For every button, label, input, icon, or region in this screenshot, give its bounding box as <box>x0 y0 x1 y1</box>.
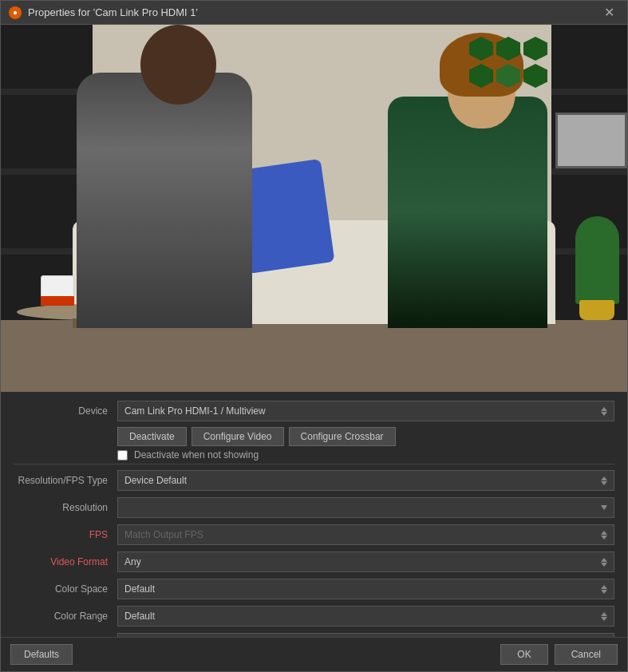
color-range-control: Default <box>117 606 614 627</box>
color-range-label: Color Range <box>14 611 117 622</box>
fps-dropdown[interactable]: Match Output FPS <box>117 524 614 545</box>
buffering-dropdown[interactable]: Auto-Detect <box>117 633 614 637</box>
color-space-label: Color Space <box>14 583 117 595</box>
defaults-button[interactable]: Defaults <box>10 644 73 665</box>
action-buttons-row: Deactivate Configure Video Configure Cro… <box>117 427 614 446</box>
resolution-fps-type-control: Device Default <box>117 470 614 491</box>
resolution-arrow <box>601 505 607 510</box>
controls-panel: Device Cam Link Pro HDMI-1 / Multiview D… <box>1 392 627 637</box>
video-format-dropdown[interactable]: Any <box>117 551 614 572</box>
color-space-control: Default <box>117 579 614 599</box>
device-dropdown[interactable]: Cam Link Pro HDMI-1 / Multiview <box>117 401 614 421</box>
configure-crossbar-button[interactable]: Configure Crossbar <box>289 427 396 446</box>
color-space-arrow <box>601 585 607 594</box>
color-space-dropdown[interactable]: Default <box>117 579 614 599</box>
video-format-control: Any <box>117 551 614 572</box>
fps-label: FPS <box>14 529 117 540</box>
buffering-control: Auto-Detect <box>117 633 614 637</box>
buffering-row: Buffering ? Auto-Detect <box>14 630 614 637</box>
color-range-arrow <box>601 612 607 621</box>
cancel-button[interactable]: Cancel <box>555 644 618 665</box>
device-row: Device Cam Link Pro HDMI-1 / Multiview <box>14 398 614 424</box>
resolution-fps-type-row: Resolution/FPS Type Device Default <box>14 468 614 493</box>
resolution-fps-type-arrow <box>601 476 607 485</box>
video-format-label: Video Format <box>14 556 117 567</box>
resolution-fps-type-dropdown[interactable]: Device Default <box>117 470 614 491</box>
resolution-row: Resolution <box>14 495 614 520</box>
deactivate-checkbox[interactable] <box>117 450 128 461</box>
resolution-control <box>117 497 614 518</box>
window-title: Properties for 'Cam Link Pro HDMI 1' <box>28 6 599 18</box>
ok-button[interactable]: OK <box>500 644 547 665</box>
device-dropdown-arrow <box>601 407 607 416</box>
device-control: Cam Link Pro HDMI-1 / Multiview <box>117 401 614 421</box>
form-section: Device Cam Link Pro HDMI-1 / Multiview D… <box>1 392 627 637</box>
fps-row: FPS Match Output FPS <box>14 522 614 547</box>
deactivate-button[interactable]: Deactivate <box>117 427 187 446</box>
video-format-arrow <box>601 558 607 567</box>
configure-video-button[interactable]: Configure Video <box>192 427 284 446</box>
resolution-label: Resolution <box>14 502 117 513</box>
deactivate-checkbox-label: Deactivate when not showing <box>134 449 259 461</box>
color-range-dropdown[interactable]: Default <box>117 606 614 627</box>
close-button[interactable]: ✕ <box>599 3 619 22</box>
device-label: Device <box>14 405 117 417</box>
resolution-dropdown[interactable] <box>117 497 614 518</box>
color-space-row: Color Space Default <box>14 576 614 602</box>
app-icon: ● <box>9 6 22 19</box>
title-bar: ● Properties for 'Cam Link Pro HDMI 1' ✕ <box>1 1 627 25</box>
preview-image <box>1 25 627 392</box>
bottom-bar: Defaults OK Cancel <box>1 637 627 671</box>
video-format-row: Video Format Any <box>14 549 614 575</box>
deactivate-checkbox-row: Deactivate when not showing <box>117 449 614 461</box>
resolution-fps-type-label: Resolution/FPS Type <box>14 475 117 486</box>
fps-arrow <box>601 531 607 540</box>
color-range-row: Color Range Default <box>14 603 614 629</box>
main-window: ● Properties for 'Cam Link Pro HDMI 1' ✕ <box>0 0 628 672</box>
video-preview <box>1 25 627 392</box>
fps-control: Match Output FPS <box>117 524 614 545</box>
